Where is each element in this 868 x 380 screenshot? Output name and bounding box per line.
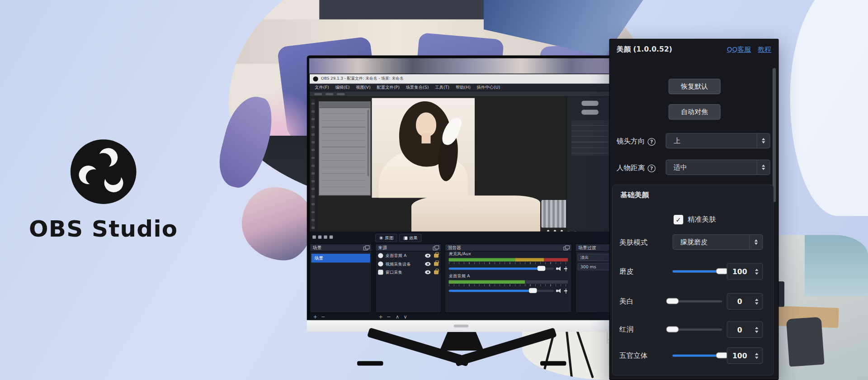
desktop-wallpaper: [309, 58, 613, 75]
beauty-plugin-panel: 美颜 (1.0.0.52) QQ客服 教程 恢复默认 自动对焦 镜头方向 ? 上…: [609, 39, 779, 380]
properties-panel-scrollbar[interactable]: [368, 109, 369, 176]
lock-icon[interactable]: [434, 254, 439, 258]
remove-scene-button[interactable]: −: [321, 314, 325, 320]
obs-logo-icon: [68, 138, 138, 206]
properties-panel[interactable]: [319, 101, 371, 195]
visibility-eye-icon[interactable]: [425, 271, 431, 275]
window-light-shape: [805, 235, 868, 296]
volume-slider-row: [449, 288, 568, 294]
transition-select[interactable]: 淡出: [578, 254, 611, 261]
whitening-slider[interactable]: [673, 300, 722, 303]
menu-scene-collection[interactable]: 场景集合(S): [406, 85, 429, 90]
sources-title: 来源: [378, 245, 387, 251]
fader-icon[interactable]: [563, 266, 568, 271]
source-up-button[interactable]: ∧: [396, 314, 399, 320]
remove-source-button[interactable]: −: [387, 314, 391, 320]
qq-support-link[interactable]: QQ客服: [727, 45, 751, 54]
smoothing-spinbox[interactable]: 100: [727, 263, 763, 280]
select-spinner-icon[interactable]: [757, 133, 770, 148]
lock-icon[interactable]: [434, 262, 439, 266]
slider-handle[interactable]: [666, 298, 679, 304]
source-row-audio[interactable]: 桌面音频 A: [376, 252, 441, 260]
menu-plugin-center[interactable]: 插件中心(U): [477, 85, 500, 90]
whitening-spinbox[interactable]: 0: [727, 293, 763, 310]
obs-titlebar[interactable]: OBS 29.1.3 - 配置文件: 未命名 - 场景: 未命名: [310, 74, 613, 84]
obs-studio-title: OBS Studio: [27, 216, 180, 242]
scene-transitions-dock: 场景过渡 淡出 300 ms: [576, 244, 613, 313]
add-scene-button[interactable]: +: [313, 314, 317, 320]
dock-stack-icon[interactable]: [563, 245, 569, 250]
person-distance-label: 人物距离 ?: [617, 163, 656, 173]
dock-mini-icons[interactable]: [312, 235, 333, 238]
transitions-title: 场景过渡: [578, 245, 596, 251]
person-distance-select[interactable]: 适中: [666, 160, 770, 175]
panel-widget[interactable]: [581, 101, 599, 106]
dock-stack-icon[interactable]: [363, 245, 369, 250]
select-spinner-icon[interactable]: [750, 235, 763, 249]
compare-effect-button[interactable]: 效果: [399, 234, 422, 242]
rosy-slider[interactable]: [673, 328, 722, 331]
menu-edit[interactable]: 编辑(E): [335, 85, 349, 90]
spinbox-arrows-icon[interactable]: [752, 298, 763, 304]
menu-tools[interactable]: 工具(T): [435, 85, 449, 90]
basic-beauty-title: 基础美颜: [621, 190, 649, 200]
whitening-slider-row: 美白 0: [613, 293, 773, 310]
lock-icon[interactable]: [434, 271, 439, 275]
preview-area: [310, 97, 613, 232]
dock-bottom-toolbar: + − + − ∧ ∨: [310, 314, 613, 320]
help-icon[interactable]: ?: [648, 138, 656, 145]
spinbox-arrows-icon[interactable]: [752, 352, 763, 358]
tutorial-link[interactable]: 教程: [758, 45, 771, 54]
visibility-eye-icon[interactable]: [425, 262, 431, 266]
face-3d-spinbox[interactable]: 100: [727, 347, 763, 364]
smoothing-slider[interactable]: [673, 271, 722, 273]
rosy-spinbox[interactable]: 0: [727, 321, 763, 338]
window-capture-icon: [378, 270, 383, 275]
dock-stack-icon[interactable]: [433, 245, 439, 250]
spinbox-arrows-icon[interactable]: [752, 268, 763, 274]
speaker-icon[interactable]: [556, 266, 561, 271]
white-curve-shape: [790, 0, 868, 216]
obs-branding: OBS Studio: [27, 138, 180, 242]
menu-help[interactable]: 帮助(H): [456, 85, 471, 90]
tool-strip[interactable]: [310, 97, 317, 232]
monitor-logo-notch: [454, 325, 469, 328]
checkbox-checked-icon[interactable]: ✓: [674, 215, 683, 224]
menu-view[interactable]: 视图(V): [356, 85, 370, 90]
transition-duration[interactable]: 300 ms: [578, 263, 611, 271]
visibility-eye-icon[interactable]: [425, 254, 431, 258]
compare-original-button[interactable]: 原图: [375, 234, 397, 242]
beauty-panel-title: 美颜 (1.0.0.52): [617, 45, 672, 54]
beauty-panel-header: 美颜 (1.0.0.52) QQ客服 教程: [617, 45, 772, 54]
select-spinner-icon[interactable]: [757, 160, 770, 175]
speaker-icon[interactable]: [556, 289, 561, 293]
precise-skin-checkbox-row[interactable]: ✓ 精准美肤: [674, 215, 716, 224]
meter-ticks: [449, 284, 568, 286]
pink-chair-fragment: [242, 187, 313, 261]
volume-slider-handle[interactable]: [529, 288, 537, 293]
help-icon[interactable]: ?: [648, 164, 656, 172]
menu-profile[interactable]: 配置文件(P): [377, 85, 399, 90]
source-row-window-capture[interactable]: 窗口采集: [376, 268, 441, 276]
face-3d-slider[interactable]: [673, 355, 722, 357]
face-3d-slider-row: 五官立体 100: [613, 347, 773, 365]
camera-dot-icon: [379, 236, 383, 240]
volume-slider[interactable]: [449, 290, 554, 292]
source-down-button[interactable]: ∨: [404, 314, 407, 320]
restore-defaults-button[interactable]: 恢复默认: [669, 79, 721, 94]
menu-file[interactable]: 文件(F): [315, 85, 329, 90]
autofocus-button[interactable]: 自动对焦: [669, 104, 721, 119]
volume-slider-handle[interactable]: [537, 266, 545, 271]
scene-item-selected[interactable]: 场景: [311, 254, 370, 263]
source-row-capture-device[interactable]: 视频采集设备: [376, 260, 441, 268]
volume-slider[interactable]: [449, 267, 554, 270]
panel-widget[interactable]: [581, 109, 599, 114]
fader-icon[interactable]: [563, 288, 568, 293]
panel-scrollbar[interactable]: [773, 68, 776, 202]
skin-mode-select[interactable]: 朦胧磨皮: [673, 234, 763, 250]
slider-handle[interactable]: [666, 326, 679, 332]
lens-direction-select[interactable]: 上: [666, 133, 770, 148]
add-source-button[interactable]: +: [379, 314, 383, 320]
spinbox-arrows-icon[interactable]: [752, 327, 763, 332]
monitor-screen: OBS 29.1.3 - 配置文件: 未命名 - 场景: 未命名 文件(F) 编…: [309, 58, 613, 320]
